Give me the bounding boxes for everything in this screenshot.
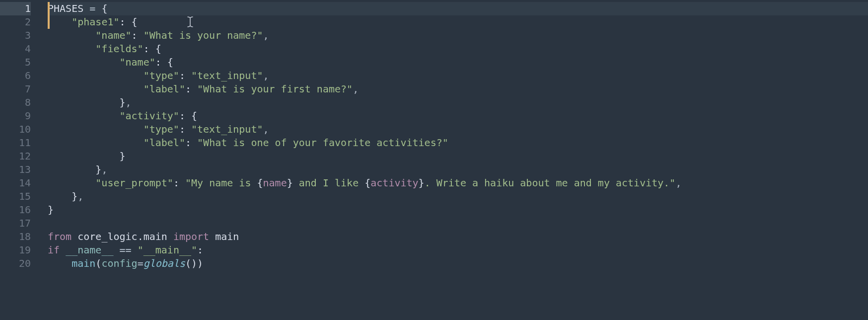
code-token: { [155, 43, 161, 55]
line-number: 18 [0, 230, 31, 243]
line-number: 4 [0, 42, 31, 56]
code-token: : [179, 70, 185, 81]
code-token: "What is your first name?" [197, 83, 353, 95]
code-token: "__main__" [138, 244, 197, 256]
code-token: main [215, 231, 239, 242]
code-token: "type" [144, 123, 179, 135]
code-token: , [263, 29, 269, 41]
code-line[interactable]: }, [48, 190, 868, 203]
code-line[interactable]: "type": "text_input", [48, 123, 868, 136]
line-number: 19 [0, 243, 31, 257]
code-token: main [72, 257, 95, 269]
code-token: main [144, 231, 167, 242]
code-token [48, 190, 72, 202]
code-line[interactable]: } [48, 150, 868, 163]
code-token [132, 244, 138, 256]
code-token: : [132, 29, 138, 41]
line-number: 17 [0, 217, 31, 230]
code-token [72, 231, 77, 242]
code-line[interactable]: } [48, 203, 868, 217]
code-token: , [675, 177, 681, 189]
code-token [167, 231, 173, 242]
code-token [191, 83, 197, 95]
code-token: } [287, 177, 293, 189]
code-token: import [173, 231, 209, 242]
code-token [48, 110, 120, 122]
code-token: globals [144, 257, 185, 269]
code-line[interactable]: "activity": { [48, 109, 868, 123]
line-number: 2 [0, 15, 31, 29]
code-token: "phase1" [72, 16, 119, 28]
code-token: : [179, 110, 185, 122]
code-token [149, 43, 155, 55]
code-token [48, 96, 120, 108]
code-line[interactable]: "name": "What is your name?", [48, 29, 868, 42]
code-line[interactable]: "user_prompt": "My name is {name} and I … [48, 176, 868, 190]
code-token: : [120, 16, 126, 28]
line-number: 14 [0, 176, 31, 190]
line-number: 5 [0, 56, 31, 69]
code-token: } [419, 177, 425, 189]
code-token: = [138, 257, 144, 269]
code-line[interactable]: "type": "text_input", [48, 69, 868, 82]
code-token [113, 244, 119, 256]
code-token: , [126, 96, 132, 108]
line-number: 13 [0, 163, 31, 176]
code-line[interactable]: if __name__ == "__main__": [48, 243, 868, 257]
code-area[interactable]: PHASES = { "phase1": { "name": "What is … [40, 0, 868, 320]
code-token [48, 16, 72, 28]
code-token: ( [95, 257, 101, 269]
code-token: "name" [95, 29, 131, 41]
code-token: { [364, 177, 370, 189]
code-token [60, 244, 66, 256]
code-token [48, 56, 120, 68]
line-number: 3 [0, 29, 31, 42]
code-token: "What is your name?" [144, 29, 263, 41]
code-token [209, 231, 215, 242]
code-editor[interactable]: 1234567891011121314151617181920 PHASES =… [0, 0, 868, 320]
code-token: __name__ [66, 244, 113, 256]
code-token [95, 2, 101, 14]
code-line[interactable]: "phase1": { [48, 15, 868, 29]
code-token: PHASES [48, 2, 83, 14]
code-line[interactable]: }, [48, 163, 868, 176]
code-token: { [132, 16, 138, 28]
code-token [48, 83, 144, 95]
code-token: } [48, 204, 54, 216]
code-line[interactable]: "label": "What is one of your favorite a… [48, 136, 868, 150]
code-token [48, 43, 95, 55]
code-token [185, 110, 191, 122]
code-token: : [197, 244, 203, 256]
code-line[interactable]: from core_logic.main import main [48, 230, 868, 243]
code-token: , [353, 83, 359, 95]
code-token: name [263, 177, 287, 189]
code-token: } [95, 163, 101, 175]
code-line[interactable]: "fields": { [48, 42, 868, 56]
code-token: : [185, 83, 191, 95]
code-token: , [101, 163, 107, 175]
line-number: 9 [0, 109, 31, 123]
code-line[interactable] [48, 217, 868, 230]
code-token [48, 70, 144, 81]
code-token: and I like [293, 177, 365, 189]
code-token: "text_input" [191, 70, 263, 81]
line-number: 11 [0, 136, 31, 150]
code-token [48, 137, 144, 149]
code-line[interactable]: main(config=globals()) [48, 257, 868, 270]
code-line[interactable]: }, [48, 96, 868, 109]
code-token: "label" [144, 83, 185, 95]
code-token [48, 123, 144, 135]
code-token [48, 177, 95, 189]
code-token: "fields" [95, 43, 143, 55]
code-token: , [263, 123, 269, 135]
code-line[interactable]: PHASES = { [48, 2, 868, 15]
code-line[interactable]: "label": "What is your first name?", [48, 82, 868, 96]
code-token [138, 29, 144, 41]
code-token [83, 2, 89, 14]
line-number: 15 [0, 190, 31, 203]
code-line[interactable]: "name": { [48, 56, 868, 69]
code-token: } [120, 96, 126, 108]
code-token: if [48, 244, 60, 256]
code-token [185, 123, 191, 135]
code-token: : [173, 177, 179, 189]
